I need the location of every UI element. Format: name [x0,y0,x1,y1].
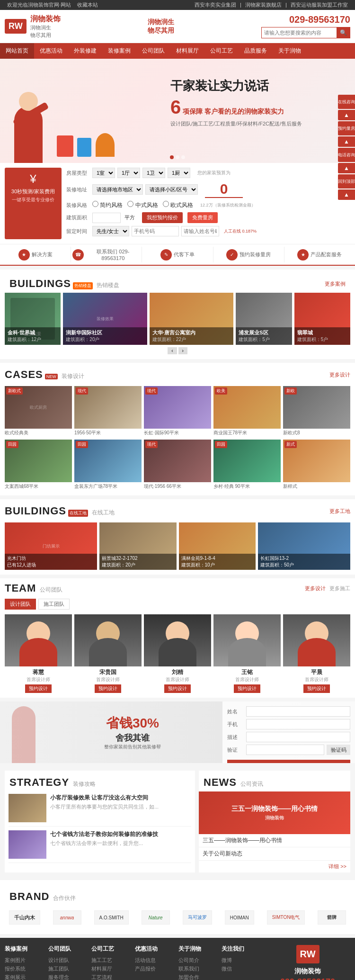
calc-phone-input[interactable] [132,226,179,236]
sidebar-phone-consult[interactable]: 电话咨询 [338,148,355,162]
case-item-6[interactable]: 田园 盒装东方广场78平米 [74,440,142,491]
sidebar-online-consult[interactable]: 在线咨询 [338,95,355,109]
footer-link-41[interactable]: 联系我们 [178,965,217,972]
top-store-link[interactable]: 润物家装旗舰店 [245,2,282,8]
buildings2-more-link[interactable]: 更多工地 [329,508,350,515]
brand-logo-6[interactable]: SIMTON电气 [267,910,305,925]
member-btn-4[interactable]: 预约设计 [303,684,330,693]
service-item-3[interactable]: ✓ 预约装修量房 [213,247,284,262]
footer-link-21[interactable]: 材料展厅 [91,965,130,972]
strategy-item-0[interactable]: 小客厅装修效果 让客厅没这么有大空间 小客厅里所有的事要与您的宝贝共同生活，如.… [9,794,191,827]
search-input[interactable] [261,27,337,38]
dot-3[interactable] [181,155,185,159]
nav-materials[interactable]: 材料展厅 [170,43,204,59]
footer-link-20[interactable]: 施工工艺 [91,957,130,964]
case-item-5[interactable]: 田园 文案西城68平米 [5,440,72,491]
case-item-8[interactable]: 田园 乡村·经典 90平米 [213,440,281,491]
nav-team[interactable]: 公司团队 [136,43,170,59]
footer-link-11[interactable]: 施工团队 [48,965,87,972]
sidebar-arrow-up2[interactable]: ▲ [338,136,355,147]
strategy-item-1[interactable]: 七个省钱方法老子教你如何装修前的准修技 七个省钱方法会带来一款便利，提升您... [9,830,191,863]
case-item-3[interactable]: 欧美 商业国王78平米 [213,386,281,437]
case-item-9[interactable]: 新式 新样式 [283,440,350,491]
calc-measure-btn[interactable]: 免费量房 [187,212,218,223]
calc-room-select4[interactable]: 1厨 [168,168,190,178]
brand-logo-7[interactable]: 箭牌 [318,910,346,925]
sidebar-arrow-up3[interactable]: ▲ [338,163,355,173]
calc-room-select2[interactable]: 1厅 [117,168,140,178]
building2-item-2[interactable]: 满林金苑9-1-8-4 建筑面积：10户 [179,522,256,570]
footer-link-02[interactable]: 案例展示 [5,974,44,980]
team-member-1[interactable]: 宋贵国 首席设计师 预约设计 [74,614,142,693]
team-tab-design[interactable]: 设计团队 [5,599,36,610]
nav-cases[interactable]: 装修案例 [102,43,136,59]
nav-promo[interactable]: 优惠活动 [34,43,68,59]
buildings-prev-btn[interactable]: ‹ [168,347,177,354]
brand-logo-2[interactable]: A.O.SMITH [94,910,129,925]
building2-item-1[interactable]: 丽景城32-2-1702 建筑面积：20户 [99,522,177,570]
case-item-1[interactable]: 现代 1956·50平米 [74,386,142,437]
calc-location-select1[interactable]: 请选择地市地区 [92,184,143,195]
brand-logo-3[interactable]: Nature [142,910,170,925]
cases-more-link[interactable]: 更多设计 [329,371,350,378]
logo[interactable]: RW 润物装饰 润物润生 物尽其用 [5,14,61,39]
nav-service[interactable]: 品质服务 [239,43,273,59]
calc-gender-select[interactable]: 先生/女士 [92,226,129,236]
member-btn-1[interactable]: 预约设计 [95,684,121,693]
footer-link-30[interactable]: 活动信息 [135,957,174,964]
top-partner2-link[interactable]: 西安运动服装加盟工作室 [291,2,348,8]
member-btn-2[interactable]: 预约设计 [164,684,191,693]
news-item-0[interactable]: 三五——润物装饰——用心书情 [199,834,350,847]
building2-item-0[interactable]: 门坊展示 光木门坊 已有12人进场 [5,522,97,570]
top-welcome-link[interactable]: 欢迎光临润物装饰官网·网站 [7,2,71,8]
calc-location-select2[interactable]: 请选择小区/区号 [145,184,198,195]
building-item-3[interactable]: 浦发展业S区 建筑面积：5户 [236,293,292,345]
news-more-link[interactable]: 详细 >> [328,863,346,869]
banner2-phone-input[interactable] [246,719,350,729]
nav-home[interactable]: 网站首页 [0,43,34,59]
team-link-construct[interactable]: 更多施工 [329,585,350,592]
sidebar-arrow-up1[interactable]: ▲ [338,110,355,120]
calc-room-select3[interactable]: 1卫 [142,168,165,178]
brand-logo-5[interactable]: HOIMAN [225,910,254,925]
search-button[interactable]: 🔍 [337,27,350,38]
sidebar-appointment[interactable]: 预约量房 [338,121,355,135]
case-item-0[interactable]: 欧式厨房 新欧式 欧式经典美 [5,386,72,437]
buildings-next-btn[interactable]: › [178,347,187,354]
team-tab-construct[interactable]: 施工团队 [38,599,70,610]
footer-link-22[interactable]: 工艺流程 [91,974,130,980]
building-item-0[interactable]: 建筑实景 金科·世界城 建筑面积：12户 [5,293,61,345]
case-item-7[interactable]: 现代 现代·1956 66平米 [144,440,211,491]
case-item-2[interactable]: 现代 长虹·国际90平米 [144,386,211,437]
nav-craft[interactable]: 公司工艺 [204,43,239,59]
footer-link-50[interactable]: 微博 [222,957,260,964]
footer-link-40[interactable]: 公司简介 [178,957,217,964]
sidebar-back-top[interactable]: 回到顶部 [338,174,355,189]
service-item-4[interactable]: ★ 产品配套服务 [284,247,355,262]
team-member-4[interactable]: 平晨 首席设计师 预约设计 [283,614,350,693]
news-item-1[interactable]: 关于公司新动态 [199,847,350,861]
brand-logo-4[interactable]: 马可波罗 [183,910,212,925]
top-favorite-link[interactable]: 收藏本站 [77,2,98,8]
top-partner1-link[interactable]: 西安丰奕实业集团 [195,2,236,8]
member-btn-3[interactable]: 预约设计 [234,684,260,693]
nav-exterior[interactable]: 外装修建 [68,43,102,59]
footer-link-51[interactable]: 微信 [222,965,260,972]
banner2-submit-btn[interactable]: 提交 [227,760,350,763]
building-item-4[interactable]: 翡翠城 建筑面积：5户 [294,293,350,345]
service-item-1[interactable]: ☎ 联系我们 029-89563170 [71,247,142,262]
building2-item-3[interactable]: 长虹国际13-2 建筑面积：50户 [258,522,350,570]
member-btn-0[interactable]: 预约设计 [25,684,52,693]
footer-link-12[interactable]: 服务理念 [48,974,87,980]
brand-logo-0[interactable]: 千山内木 [9,910,40,925]
calc-room-select1[interactable]: 1室 [92,168,115,178]
dot-2[interactable] [176,155,179,159]
service-item-2[interactable]: ✎ 代客下单 [142,247,213,262]
footer-link-00[interactable]: 案例图片 [5,957,44,964]
building-item-1[interactable]: 装修效果 润新华国际社区 建筑面积：20户 [63,293,147,345]
calc-area-input[interactable] [92,213,121,223]
calc-prequote-btn[interactable]: 我想预约报价 [142,212,183,223]
team-member-0[interactable]: 蒋慧 首席设计师 预约设计 [5,614,72,693]
banner2-desc-input[interactable] [246,732,350,742]
footer-link-10[interactable]: 设计团队 [48,957,87,964]
